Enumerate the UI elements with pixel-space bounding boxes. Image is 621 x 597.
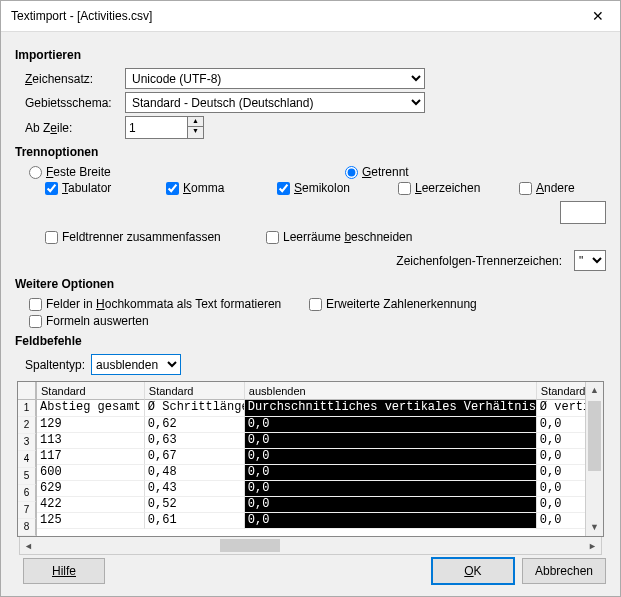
scroll-down-icon[interactable]: ▼: [586, 519, 603, 536]
chk-quoted-text[interactable]: [29, 298, 42, 311]
cell[interactable]: 0,0: [245, 497, 537, 513]
column-header[interactable]: Standard: [145, 382, 245, 400]
coltype-label: Spaltentyp:: [25, 358, 85, 372]
radio-fixed-width[interactable]: [29, 166, 42, 179]
row-number: 2: [18, 417, 36, 434]
cell[interactable]: 0,0: [245, 465, 537, 481]
charset-label: Zeichensatz:: [25, 72, 125, 86]
chk-enhanced-num[interactable]: [309, 298, 322, 311]
section-other: Weitere Optionen: [15, 277, 606, 291]
cell[interactable]: Durchschnittliches vertikales Verhältnis: [245, 400, 537, 417]
chk-space-label: Leerzeichen: [415, 181, 480, 195]
chk-tab-label: Tabulator: [62, 181, 111, 195]
chk-tab[interactable]: [45, 182, 58, 195]
section-import: Importieren: [15, 48, 606, 62]
section-sep: Trennoptionen: [15, 145, 606, 159]
preview-grid[interactable]: 12345678StandardAbstieg gesamt1291131176…: [17, 381, 604, 537]
cell[interactable]: 0,52: [145, 497, 245, 513]
row-number: 1: [18, 400, 36, 417]
chk-space[interactable]: [398, 182, 411, 195]
chk-trim-label: Leerräume beschneiden: [283, 230, 412, 244]
chk-trim[interactable]: [266, 231, 279, 244]
row-number: 4: [18, 451, 36, 468]
string-delim-label: Zeichenfolgen-Trennerzeichen:: [396, 254, 562, 268]
cell[interactable]: 0,0: [245, 481, 537, 497]
locale-label: Gebietsschema:: [25, 96, 125, 110]
scroll-up-icon[interactable]: ▲: [586, 382, 603, 399]
cell[interactable]: 117: [37, 449, 145, 465]
cell[interactable]: 629: [37, 481, 145, 497]
radio-separated[interactable]: [345, 166, 358, 179]
row-number: 7: [18, 502, 36, 519]
cell[interactable]: 0,63: [145, 433, 245, 449]
chk-semicolon[interactable]: [277, 182, 290, 195]
ok-button[interactable]: OK: [432, 558, 514, 584]
chk-semicolon-label: Semikolon: [294, 181, 350, 195]
chk-other[interactable]: [519, 182, 532, 195]
scroll-right-icon[interactable]: ►: [584, 541, 601, 551]
horizontal-scrollbar[interactable]: ◄ ►: [19, 537, 602, 555]
cell[interactable]: 0,0: [245, 433, 537, 449]
from-row-input[interactable]: [125, 116, 188, 139]
chk-other-label: Andere: [536, 181, 575, 195]
string-delim-select[interactable]: ": [574, 250, 606, 271]
chk-quoted-text-label: Felder in Hochkommata als Text formatier…: [46, 297, 281, 311]
cancel-button[interactable]: Abbrechen: [522, 558, 606, 584]
cell[interactable]: 0,43: [145, 481, 245, 497]
help-button[interactable]: Hilfe: [23, 558, 105, 584]
column-header[interactable]: ausblenden: [245, 382, 537, 400]
coltype-select[interactable]: ausblenden: [91, 354, 181, 375]
chk-merge-label: Feldtrenner zusammenfassen: [62, 230, 221, 244]
spinner-buttons[interactable]: ▲▼: [188, 116, 204, 139]
cell[interactable]: 0,0: [245, 449, 537, 465]
cell[interactable]: 0,62: [145, 417, 245, 433]
close-icon[interactable]: ✕: [575, 1, 620, 31]
cell[interactable]: Abstieg gesamt: [37, 400, 145, 417]
other-delim-input[interactable]: [560, 201, 606, 224]
cell[interactable]: 600: [37, 465, 145, 481]
vscroll-thumb[interactable]: [588, 401, 601, 471]
row-number: 6: [18, 485, 36, 502]
from-row-label: Ab Zeile:: [25, 121, 125, 135]
section-fields: Feldbefehle: [15, 334, 606, 348]
cell[interactable]: 422: [37, 497, 145, 513]
hscroll-thumb[interactable]: [220, 539, 280, 552]
cell[interactable]: Ø Schrittlänge: [145, 400, 245, 417]
locale-select[interactable]: Standard - Deutsch (Deutschland): [125, 92, 425, 113]
cell[interactable]: 0,61: [145, 513, 245, 529]
radio-separated-label: Getrennt: [362, 165, 409, 179]
cell[interactable]: 129: [37, 417, 145, 433]
chk-eval-formulas[interactable]: [29, 315, 42, 328]
row-number: 5: [18, 468, 36, 485]
vertical-scrollbar[interactable]: ▲▼: [585, 382, 603, 536]
chk-comma-label: Komma: [183, 181, 224, 195]
row-number: 8: [18, 519, 36, 536]
cell[interactable]: 113: [37, 433, 145, 449]
cell[interactable]: 0,48: [145, 465, 245, 481]
cell[interactable]: 0,0: [245, 513, 537, 529]
cell[interactable]: 0,67: [145, 449, 245, 465]
cell[interactable]: 0,0: [245, 417, 537, 433]
column-header[interactable]: Standard: [37, 382, 145, 400]
titlebar: Textimport - [Activities.csv] ✕: [1, 1, 620, 32]
radio-fixed-label: Feste Breite: [46, 165, 111, 179]
chk-eval-formulas-label: Formeln auswerten: [46, 314, 149, 328]
cell[interactable]: 125: [37, 513, 145, 529]
dialog-textimport: Textimport - [Activities.csv] ✕ Importie…: [0, 0, 621, 597]
row-number: 3: [18, 434, 36, 451]
chk-merge[interactable]: [45, 231, 58, 244]
chk-enhanced-num-label: Erweiterte Zahlenerkennung: [326, 297, 477, 311]
chk-comma[interactable]: [166, 182, 179, 195]
scroll-left-icon[interactable]: ◄: [20, 541, 37, 551]
window-title: Textimport - [Activities.csv]: [11, 9, 152, 23]
charset-select[interactable]: Unicode (UTF-8): [125, 68, 425, 89]
